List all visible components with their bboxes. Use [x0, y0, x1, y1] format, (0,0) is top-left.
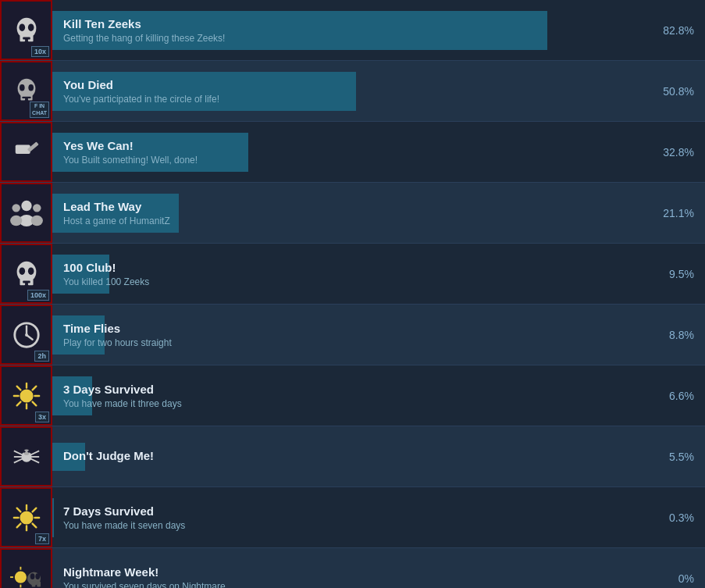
- achievement-percent: 5.5%: [650, 451, 705, 463]
- svg-line-55: [32, 523, 36, 527]
- achievement-icon-group: [6, 193, 47, 233]
- svg-point-16: [12, 204, 20, 212]
- achievement-percent: 6.6%: [650, 390, 705, 402]
- achievement-title: 7 Days Survived: [63, 504, 639, 518]
- achievement-row[interactable]: 100x 100 Club! You killed 100 Zeeks 9.5%: [0, 244, 705, 305]
- achievement-icon-sun: [6, 497, 47, 538]
- achievement-row[interactable]: Lead The Way Host a game of HumanitZ 21.…: [0, 183, 705, 244]
- achievement-content: Yes We Can! You Built something! Well, d…: [52, 133, 650, 172]
- achievement-icon-skull: [6, 254, 47, 294]
- achievement-icon-wrapper: 3x: [0, 365, 52, 426]
- svg-point-14: [21, 200, 31, 210]
- achievement-text: 100 Club! You killed 100 Zeeks: [63, 261, 639, 287]
- achievement-content: Time Flies Play for two hours straight: [52, 315, 650, 355]
- achievement-icon-wrapper: 7x: [0, 487, 52, 547]
- achievement-row[interactable]: 3x 3 Days Survived You have made it thre…: [0, 365, 705, 426]
- svg-rect-5: [23, 37, 30, 39]
- svg-line-36: [32, 401, 36, 405]
- achievement-title: Kill Ten Zeeks: [63, 17, 639, 30]
- achievement-icon-wrapper: [0, 426, 52, 486]
- achievement-row[interactable]: 7x 7 Days Survived You have made it seve…: [0, 487, 705, 548]
- svg-line-57: [16, 523, 20, 527]
- achievement-icon-skull: [6, 10, 47, 51]
- svg-rect-67: [37, 581, 41, 586]
- svg-line-54: [16, 508, 20, 511]
- achievement-percent: 50.8%: [650, 85, 705, 98]
- svg-rect-11: [22, 96, 30, 98]
- achievement-icon-spider: [6, 437, 47, 477]
- svg-point-49: [20, 511, 33, 524]
- achievement-description: You have made it seven days: [63, 520, 639, 531]
- svg-point-30: [20, 389, 33, 402]
- achievement-row[interactable]: F INCHAT You Died You've participated in…: [0, 61, 705, 122]
- svg-line-38: [16, 401, 20, 405]
- achievement-icon-wrapper: 100x: [0, 244, 52, 304]
- svg-point-18: [33, 204, 41, 212]
- achievement-icon-wrapper: 10x: [0, 0, 52, 60]
- achievement-row[interactable]: 10x Kill Ten Zeeks Getting the hang of k…: [0, 0, 705, 61]
- achievement-description: You Built something! Well, done!: [63, 155, 639, 166]
- achievement-text: 3 Days Survived You have made it three d…: [63, 383, 639, 409]
- achievement-icon-wrapper: [0, 122, 52, 182]
- achievement-percent: 0.3%: [650, 511, 705, 524]
- achievement-content: Don't Judge Me!: [52, 443, 650, 471]
- svg-point-23: [19, 267, 25, 275]
- svg-point-47: [23, 450, 25, 452]
- achievement-text: Yes We Can! You Built something! Well, d…: [63, 139, 639, 166]
- achievement-icon-sun: [6, 376, 47, 416]
- achievement-description: Host a game of HumanitZ: [63, 216, 639, 226]
- achievement-list: 10x Kill Ten Zeeks Getting the hang of k…: [0, 0, 705, 588]
- achievement-percent: 32.8%: [650, 146, 705, 159]
- svg-point-3: [19, 23, 25, 31]
- progress-bar: [52, 498, 54, 537]
- svg-point-19: [30, 215, 42, 225]
- svg-line-56: [32, 508, 36, 511]
- svg-point-10: [28, 84, 34, 91]
- svg-point-29: [25, 333, 28, 337]
- svg-point-24: [27, 267, 34, 275]
- svg-line-35: [16, 386, 20, 390]
- achievement-row[interactable]: Don't Judge Me! 5.5%: [0, 426, 705, 487]
- achievement-description: Getting the hang of killing these Zeeks!: [63, 33, 639, 44]
- achievement-icon-wrapper: [0, 183, 52, 243]
- achievement-description: You have made it three days: [63, 398, 639, 409]
- achievement-percent: 9.5%: [650, 268, 705, 280]
- achievement-content: 7 Days Survived You have made it seven d…: [52, 498, 650, 537]
- achievement-title: 3 Days Survived: [63, 383, 639, 396]
- achievement-text: Don't Judge Me!: [63, 449, 639, 465]
- svg-point-48: [27, 450, 30, 452]
- achievement-title: Nightmare Week!: [63, 565, 639, 579]
- achievement-row[interactable]: 2h Time Flies Play for two hours straigh…: [0, 305, 705, 365]
- svg-point-65: [35, 573, 40, 579]
- achievement-title: Don't Judge Me!: [63, 449, 639, 462]
- achievement-text: Lead The Way Host a game of HumanitZ: [63, 200, 639, 226]
- achievement-text: Kill Ten Zeeks Getting the hang of killi…: [63, 17, 639, 44]
- svg-point-9: [19, 84, 24, 91]
- achievement-text: You Died You've participated in the circ…: [63, 78, 639, 105]
- achievement-text: Time Flies Play for two hours straight: [63, 322, 639, 348]
- achievement-text: Nightmare Week! You survived seven days …: [63, 565, 639, 589]
- achievement-content: Nightmare Week! You survived seven days …: [52, 559, 650, 589]
- svg-point-64: [30, 573, 34, 579]
- achievement-percent: 0%: [650, 572, 705, 585]
- achievement-description: You killed 100 Zeeks: [63, 276, 639, 287]
- achievement-icon-hammer: [6, 132, 47, 173]
- achievement-title: Yes We Can!: [63, 139, 639, 152]
- achievement-row[interactable]: Yes We Can! You Built something! Well, d…: [0, 122, 705, 183]
- achievement-title: You Died: [63, 78, 639, 91]
- achievement-icon-clock: [6, 315, 47, 355]
- achievement-icon-nightmare: [6, 558, 47, 589]
- achievement-content: You Died You've participated in the circ…: [52, 72, 650, 111]
- achievement-row[interactable]: NIGHTMARE7x Nightmare Week! You survived…: [0, 548, 705, 588]
- achievement-icon-wrapper: F INCHAT: [0, 61, 52, 121]
- svg-line-37: [32, 386, 36, 390]
- achievement-percent: 8.8%: [650, 329, 705, 341]
- svg-point-17: [10, 215, 22, 225]
- achievement-title: Time Flies: [63, 322, 639, 335]
- achievement-content: 100 Club! You killed 100 Zeeks: [52, 255, 650, 294]
- achievement-percent: 21.1%: [650, 207, 705, 219]
- achievement-icon-wrapper: NIGHTMARE7x: [0, 548, 52, 588]
- svg-point-58: [14, 571, 26, 583]
- achievement-text: 7 Days Survived You have made it seven d…: [63, 504, 639, 531]
- achievement-content: Lead The Way Host a game of HumanitZ: [52, 194, 650, 233]
